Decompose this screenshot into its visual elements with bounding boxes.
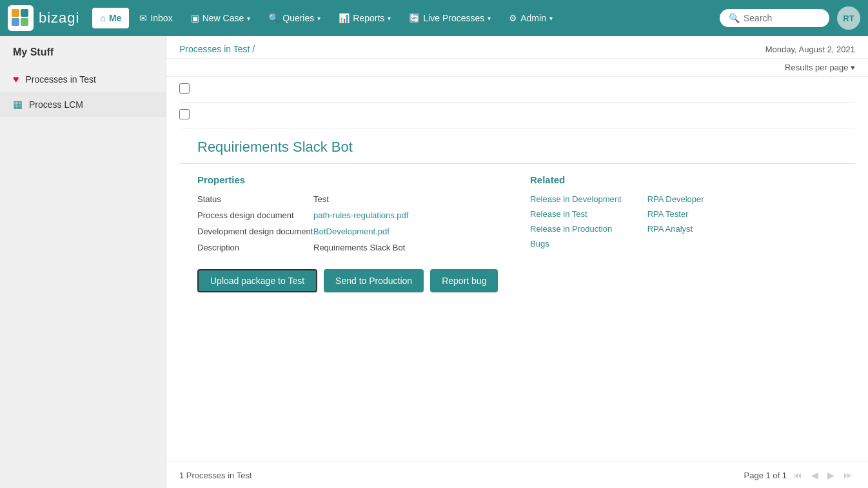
prop-dev-design: Development design document BotDevelopme… — [197, 227, 504, 236]
content-footer: 1 Processes in Test Page 1 of 1 ⏮ ◀ ▶ ⏭ — [166, 462, 868, 488]
nav-new-case-label: New Case — [202, 13, 244, 23]
prop-process-design: Process design document path-rules-regul… — [197, 210, 504, 220]
search-input[interactable] — [744, 13, 820, 23]
chevron-down-icon: ▾ — [549, 15, 553, 22]
related-links: Release in Development Release in Test R… — [530, 194, 837, 249]
prop-dev-design-value[interactable]: BotDevelopment.pdf — [313, 227, 390, 236]
nav-item-inbox[interactable]: ✉ Inbox — [132, 8, 180, 28]
chevron-down-icon: ▾ — [488, 15, 491, 22]
content-area: Processes in Test / Monday, August 2, 20… — [166, 36, 868, 488]
chart-icon: 📊 — [339, 13, 350, 23]
grid-icon: ▦ — [13, 98, 23, 110]
table-area: Requiriements Slack Bot Properties Statu… — [166, 77, 868, 462]
nav-item-me[interactable]: ⌂ Me — [92, 8, 129, 28]
results-per-page[interactable]: Results per page ▾ — [785, 63, 855, 72]
chevron-down-icon: ▾ — [851, 63, 855, 72]
table-row — [179, 103, 855, 128]
related-rpa-analyst[interactable]: RPA Analyst — [647, 224, 704, 234]
nav-item-live-processes[interactable]: 🔄 Live Processes ▾ — [401, 8, 498, 28]
chevron-down-icon: ▾ — [247, 15, 250, 22]
prev-page-button[interactable]: ◀ — [809, 469, 821, 482]
row1-checkbox[interactable] — [179, 83, 190, 94]
sidebar-title: My Stuff — [0, 46, 166, 67]
svg-rect-0 — [12, 9, 19, 17]
logo-text: bizagi — [39, 10, 79, 26]
nav-inbox-label: Inbox — [150, 13, 172, 23]
prop-status-label: Status — [197, 194, 313, 204]
nav-live-processes-label: Live Processes — [423, 13, 484, 23]
prop-description-value: Requiriements Slack Bot — [313, 243, 405, 252]
svg-rect-1 — [21, 9, 28, 17]
related-release-in-production[interactable]: Release in Production — [530, 224, 622, 234]
nav-reports-label: Reports — [353, 13, 384, 23]
search-nav-icon: 🔍 — [268, 13, 279, 23]
nav-item-queries[interactable]: 🔍 Queries ▾ — [261, 8, 328, 28]
upload-package-button[interactable]: Upload package to Test — [197, 269, 317, 292]
page-info: Page 1 of 1 — [744, 471, 787, 480]
last-page-button[interactable]: ⏭ — [841, 469, 855, 482]
heart-icon: ♥ — [13, 74, 19, 85]
prop-process-design-value[interactable]: path-rules-regulations.pdf — [313, 210, 408, 220]
related-release-in-test[interactable]: Release in Test — [530, 209, 622, 219]
related-bugs[interactable]: Bugs — [530, 239, 622, 249]
table-row — [179, 77, 855, 103]
logo-area: bizagi — [8, 5, 79, 31]
pagination-controls: Page 1 of 1 ⏮ ◀ ▶ ⏭ — [744, 469, 856, 482]
related-rpa-tester[interactable]: RPA Tester — [647, 209, 704, 219]
sidebar-item-label: Processes in Test — [26, 74, 96, 85]
gear-icon: ⚙ — [509, 13, 517, 23]
search-icon: 🔍 — [729, 13, 740, 23]
nav-me-label: Me — [109, 13, 121, 23]
svg-rect-2 — [12, 18, 19, 26]
home-icon: ⌂ — [100, 13, 105, 23]
card-title: Requiriements Slack Bot — [179, 128, 855, 163]
related-col-2: RPA Developer RPA Tester RPA Analyst — [647, 194, 704, 249]
first-page-button[interactable]: ⏮ — [791, 469, 805, 482]
chevron-down-icon: ▾ — [317, 15, 321, 22]
case-icon: ▣ — [191, 13, 199, 23]
main-layout: My Stuff ♥ Processes in Test ▦ Process L… — [0, 36, 868, 488]
next-page-button[interactable]: ▶ — [825, 469, 837, 482]
results-row: Results per page ▾ — [166, 59, 868, 77]
row1-checkbox-cell — [179, 83, 190, 96]
top-navigation: bizagi ⌂ Me ✉ Inbox ▣ New Case ▾ 🔍 Queri… — [0, 0, 868, 36]
footer-count: 1 Processes in Test — [179, 471, 252, 480]
related-col-1: Release in Development Release in Test R… — [530, 194, 622, 249]
properties-heading: Properties — [197, 174, 504, 185]
inbox-icon: ✉ — [139, 13, 147, 23]
nav-admin-label: Admin — [520, 13, 546, 23]
sidebar: My Stuff ♥ Processes in Test ▦ Process L… — [0, 36, 166, 488]
prop-dev-design-label: Development design document — [197, 227, 313, 236]
related-release-in-development[interactable]: Release in Development — [530, 194, 622, 204]
svg-rect-3 — [21, 18, 28, 26]
related-rpa-developer[interactable]: RPA Developer — [647, 194, 704, 204]
sidebar-item-process-lcm[interactable]: ▦ Process LCM — [0, 92, 166, 117]
prop-status-value: Test — [313, 194, 329, 204]
results-per-page-label: Results per page — [785, 63, 848, 72]
avatar[interactable]: RT — [837, 6, 860, 30]
row2-checkbox[interactable] — [179, 109, 190, 119]
user-initials: RT — [843, 14, 854, 23]
nav-item-reports[interactable]: 📊 Reports ▾ — [331, 8, 399, 28]
cycle-icon: 🔄 — [409, 13, 420, 23]
prop-process-design-label: Process design document — [197, 210, 313, 220]
chevron-down-icon: ▾ — [388, 15, 391, 22]
sidebar-item-label: Process LCM — [29, 99, 83, 110]
content-header: Processes in Test / Monday, August 2, 20… — [166, 36, 868, 59]
nav-queries-label: Queries — [282, 13, 314, 23]
properties-section: Properties Status Test Process design do… — [197, 174, 504, 259]
sidebar-item-processes-in-test[interactable]: ♥ Processes in Test — [0, 67, 166, 92]
date-display: Monday, August 2, 2021 — [765, 45, 855, 54]
logo-box — [8, 5, 34, 31]
card-body: Properties Status Test Process design do… — [179, 174, 855, 259]
prop-description-label: Description — [197, 243, 313, 252]
nav-item-new-case[interactable]: ▣ New Case ▾ — [183, 8, 259, 28]
send-to-production-button[interactable]: Send to Production — [324, 269, 424, 292]
search-box[interactable]: 🔍 — [720, 9, 829, 27]
prop-status: Status Test — [197, 194, 504, 204]
nav-item-admin[interactable]: ⚙ Admin ▾ — [501, 8, 560, 28]
row2-checkbox-cell — [179, 109, 190, 121]
card-divider — [179, 163, 855, 164]
breadcrumb[interactable]: Processes in Test / — [179, 44, 255, 54]
report-bug-button[interactable]: Report bug — [430, 269, 498, 292]
